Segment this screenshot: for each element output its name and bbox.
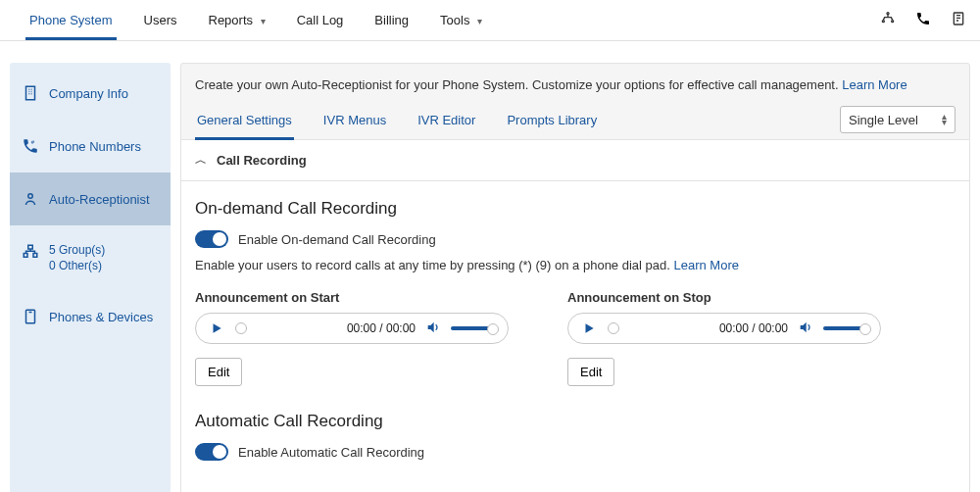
nav-phone-system[interactable]: Phone System (14, 1, 128, 39)
call-recording-panel: On-demand Call Recording Enable On-deman… (180, 181, 970, 492)
volume-icon[interactable] (798, 320, 813, 338)
svg-rect-4 (26, 86, 35, 100)
sidebar-groups-line1: 5 Group(s) (49, 243, 105, 257)
svg-rect-9 (33, 254, 37, 258)
volume-slider[interactable] (823, 326, 868, 330)
sidebar-item-label: Phones & Devices (49, 310, 153, 324)
log-icon[interactable] (951, 11, 966, 29)
tab-ivr-menus[interactable]: IVR Menus (321, 101, 388, 139)
play-button[interactable] (580, 320, 598, 337)
top-nav-left: Phone System Users Reports ▾ Call Log Bi… (14, 1, 498, 39)
svg-point-0 (887, 13, 889, 15)
sidebar-item-company-info[interactable]: Company Info (10, 67, 171, 120)
nav-reports[interactable]: Reports ▾ (193, 1, 281, 39)
play-button[interactable] (208, 320, 225, 337)
helper-text: Enable your users to record calls at any… (195, 258, 673, 272)
tab-ivr-editor[interactable]: IVR Editor (416, 101, 477, 139)
company-icon (22, 84, 39, 102)
svg-rect-7 (28, 245, 33, 249)
sidebar-item-label: Company Info (49, 86, 128, 101)
caret-up-icon: ︿ (195, 152, 207, 169)
toggle-automatic-recording[interactable] (195, 443, 228, 461)
hero-description: Create your own Auto-Receptionist for yo… (181, 64, 969, 100)
groups-icon (22, 243, 39, 261)
ivr-level-select[interactable]: Single Level ▴▾ (840, 106, 956, 133)
hero-panel: Create your own Auto-Receptionist for yo… (180, 63, 970, 140)
sidebar-item-auto-receptionist[interactable]: Auto-Receptionist (10, 172, 171, 225)
hierarchy-icon[interactable] (880, 11, 896, 29)
hero-learn-more-link[interactable]: Learn More (842, 77, 906, 92)
audio-player-start: 00:00 / 00:00 (195, 313, 509, 344)
toggle-label: Enable Automatic Call Recording (238, 445, 424, 460)
progress-knob[interactable] (235, 322, 247, 334)
automatic-heading: Automatic Call Recording (195, 412, 956, 431)
sidebar-item-label: Phone Numbers (49, 139, 141, 154)
top-nav: Phone System Users Reports ▾ Call Log Bi… (0, 0, 980, 41)
helper-learn-more-link[interactable]: Learn More (673, 258, 738, 272)
time-display: 00:00 / 00:00 (719, 321, 788, 335)
audio-player-stop: 00:00 / 00:00 (567, 313, 881, 344)
main-content: Create your own Auto-Receptionist for yo… (180, 63, 970, 492)
announcement-stop-label: Announcement on Stop (567, 290, 881, 305)
chevron-down-icon: ▾ (261, 16, 266, 26)
edit-start-button[interactable]: Edit (195, 358, 242, 386)
select-arrows-icon: ▴▾ (942, 114, 947, 125)
nav-label: Tools (440, 13, 469, 27)
hero-blurb: Create your own Auto-Receptionist for yo… (195, 77, 842, 92)
nav-label: Users (144, 13, 177, 27)
svg-point-1 (882, 21, 884, 23)
toggle-label: Enable On-demand Call Recording (238, 232, 436, 247)
progress-knob[interactable] (608, 322, 619, 334)
nav-billing[interactable]: Billing (359, 1, 424, 39)
announcement-stop-col: Announcement on Stop 00:00 / 00:00 Edit (567, 290, 881, 386)
nav-label: Call Log (297, 13, 344, 27)
sidebar-item-label: Auto-Receptionist (49, 192, 150, 207)
toggle-on-demand-recording[interactable] (195, 230, 228, 248)
tab-general-settings[interactable]: General Settings (195, 101, 294, 139)
time-display: 00:00 / 00:00 (347, 321, 416, 335)
phone-hash-icon: # (22, 137, 39, 155)
sidebar-item-phone-numbers[interactable]: # Phone Numbers (10, 120, 171, 172)
section-title: Call Recording (217, 153, 307, 168)
svg-point-2 (892, 21, 894, 23)
phone-icon[interactable] (915, 11, 931, 29)
svg-text:#: # (31, 139, 35, 145)
nav-users[interactable]: Users (128, 1, 193, 39)
tab-prompts-library[interactable]: Prompts Library (505, 101, 599, 139)
sidebar-groups-line2: 0 Other(s) (49, 259, 105, 272)
device-icon (22, 308, 39, 325)
top-nav-right (880, 11, 966, 29)
nav-label: Reports (209, 13, 254, 27)
section-call-recording-header[interactable]: ︿ Call Recording (180, 140, 970, 181)
receptionist-icon (22, 190, 39, 208)
nav-label: Phone System (29, 13, 113, 27)
volume-slider[interactable] (451, 326, 496, 330)
chevron-down-icon: ▾ (477, 16, 482, 26)
svg-rect-8 (24, 254, 27, 258)
hero-tabs: General Settings IVR Menus IVR Editor Pr… (195, 101, 599, 139)
level-selected: Single Level (849, 113, 918, 127)
nav-tools[interactable]: Tools ▾ (424, 1, 498, 39)
announcement-start-col: Announcement on Start 00:00 / 00:00 Edit (195, 290, 509, 386)
nav-label: Billing (374, 13, 409, 27)
sidebar: Company Info # Phone Numbers Auto-Recept… (10, 63, 171, 492)
sidebar-item-groups[interactable]: 5 Group(s) 0 Other(s) (10, 225, 171, 290)
edit-stop-button[interactable]: Edit (567, 358, 614, 386)
nav-call-log[interactable]: Call Log (281, 1, 360, 39)
svg-point-6 (28, 194, 33, 199)
on-demand-heading: On-demand Call Recording (195, 199, 956, 219)
volume-icon[interactable] (425, 320, 441, 338)
announcement-start-label: Announcement on Start (195, 290, 509, 305)
on-demand-helper: Enable your users to record calls at any… (195, 258, 956, 272)
sidebar-item-phones-devices[interactable]: Phones & Devices (10, 290, 171, 343)
